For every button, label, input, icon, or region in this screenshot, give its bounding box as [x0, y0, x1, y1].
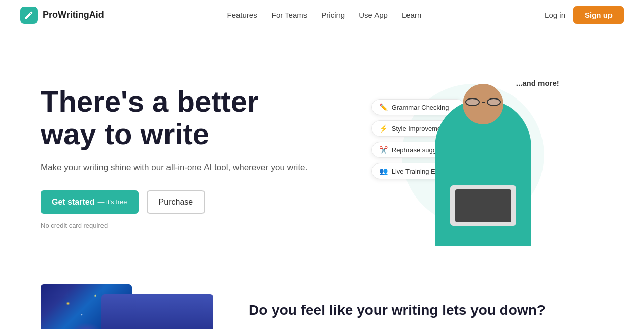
painting-stack: My idea in my head [41, 284, 213, 329]
hero-title: There's a better way to write [41, 85, 322, 150]
nav-for-teams[interactable]: For Teams [272, 11, 308, 19]
glasses [465, 98, 501, 106]
signup-button[interactable]: Sign up [573, 6, 624, 24]
hero-cta: Get started — it's free Purchase [41, 190, 322, 214]
hero-illustration: ✏️ Grammar Checking ⚡ Style Improvements… [371, 69, 554, 246]
style-icon: ⚡ [379, 124, 388, 133]
brand-logo-link[interactable]: ProWritingAid [20, 7, 104, 24]
rephrase-icon: ✂️ [379, 146, 388, 154]
grammar-icon: ✏️ [379, 103, 388, 111]
hero-subtitle: Make your writing shine with our all-in-… [41, 160, 322, 174]
login-button[interactable]: Log in [545, 11, 565, 19]
brand-name: ProWritingAid [43, 10, 104, 20]
hero-right: ✏️ Grammar Checking ⚡ Style Improvements… [322, 61, 604, 254]
brand-logo-icon [20, 7, 38, 24]
navbar-actions: Log in Sign up [545, 6, 624, 24]
nav-features[interactable]: Features [227, 11, 257, 19]
nav-use-app[interactable]: Use App [359, 11, 388, 19]
navbar: ProWritingAid Features For Teams Pricing… [0, 0, 644, 30]
section2: My idea in my head Do you feel like your… [0, 274, 644, 329]
section2-title: Do you feel like your writing lets you d… [249, 301, 603, 319]
hero-section: There's a better way to write Make your … [0, 30, 644, 274]
blue-painting: My idea in my head [101, 294, 213, 329]
free-label: — it's free [97, 198, 127, 206]
training-icon: 👥 [379, 167, 388, 175]
section2-left: My idea in my head [41, 284, 218, 329]
main-nav: Features For Teams Pricing Use App Learn [227, 11, 422, 20]
nav-pricing[interactable]: Pricing [321, 11, 345, 19]
section2-right: Do you feel like your writing lets you d… [249, 301, 603, 329]
laptop-screen [455, 189, 511, 222]
laptop [450, 185, 516, 226]
get-started-button[interactable]: Get started — it's free [41, 190, 139, 214]
nav-learn[interactable]: Learn [402, 11, 421, 19]
person-illustration [427, 79, 539, 246]
purchase-button[interactable]: Purchase [147, 190, 206, 214]
hero-left: There's a better way to write Make your … [41, 85, 322, 229]
no-credit-text: No credit card required [41, 222, 322, 229]
